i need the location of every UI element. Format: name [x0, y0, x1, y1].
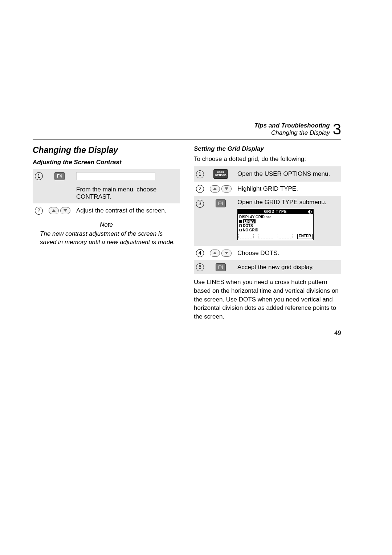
step-number: 2 [194, 182, 206, 196]
grid-steps-table: 1 USEROPTIONS Open the USER OPTIONS menu… [194, 166, 341, 274]
user-options-key-icon: USEROPTIONS [206, 166, 235, 182]
step-description: Open the USER OPTIONS menu. [235, 166, 341, 182]
step-number: 4 [194, 246, 206, 260]
step-description: Choose DOTS. [235, 246, 341, 260]
blank-field [76, 172, 155, 180]
page-header: Tips and Troubleshooting Changing the Di… [33, 122, 341, 137]
lcd-heading: DISPLAY GRID as: [239, 215, 312, 219]
arrow-keys-icon [206, 182, 235, 196]
step-description: Highlight GRID TYPE. [235, 182, 341, 196]
lcd-title: GRID TYPE [264, 210, 287, 214]
manual-page: Tips and Troubleshooting Changing the Di… [33, 122, 341, 321]
step-description: Open the GRID TYPE submenu. [237, 199, 339, 206]
step-description: Adjust the contrast of the screen. [74, 203, 180, 218]
step-number: 2 [33, 203, 45, 218]
lcd-screenshot: GRID TYPE DISPLAY GRID as: LINES DOTS NO… [237, 209, 314, 240]
f4-key-icon: F4 [45, 169, 74, 183]
lcd-option: NO GRID [239, 228, 312, 232]
subsection-title: Adjusting the Screen Contrast [33, 159, 180, 166]
header-section: Tips and Troubleshooting [254, 122, 330, 129]
step-number: 3 [194, 196, 206, 246]
step-number: 5 [194, 260, 206, 274]
f4-key-icon: F4 [206, 260, 235, 274]
lcd-enter-tab: ENTER [297, 234, 313, 239]
header-rule [33, 139, 341, 139]
section-title: Changing the Display [33, 145, 180, 155]
arrow-keys-icon [206, 246, 235, 260]
header-subsection: Changing the Display [254, 129, 330, 137]
contrast-steps-table: 1 F4 From the main menu, choose CONTRAST… [33, 169, 180, 218]
step-description: Accept the new grid display. [235, 260, 341, 274]
contrast-icon [308, 210, 312, 214]
step-description: From the main menu, choose CONTRAST. [74, 183, 180, 203]
lcd-option: DOTS [239, 224, 312, 228]
body-paragraph: Use LINES when you need a cross hatch pa… [194, 278, 341, 321]
step-number: 1 [33, 169, 45, 183]
subsection-title: Setting the Grid Display [194, 145, 341, 153]
arrow-keys-icon [45, 203, 74, 218]
note-text: The new contrast adjustment of the scree… [33, 230, 180, 247]
intro-text: To choose a dotted grid, do the followin… [194, 155, 341, 163]
note-label: Note [33, 221, 180, 228]
chapter-number: 3 [333, 122, 341, 137]
step-number: 1 [194, 166, 206, 182]
page-number: 49 [334, 329, 341, 337]
f4-key-icon: F4 [206, 196, 235, 246]
lcd-option: LINES [239, 219, 312, 223]
